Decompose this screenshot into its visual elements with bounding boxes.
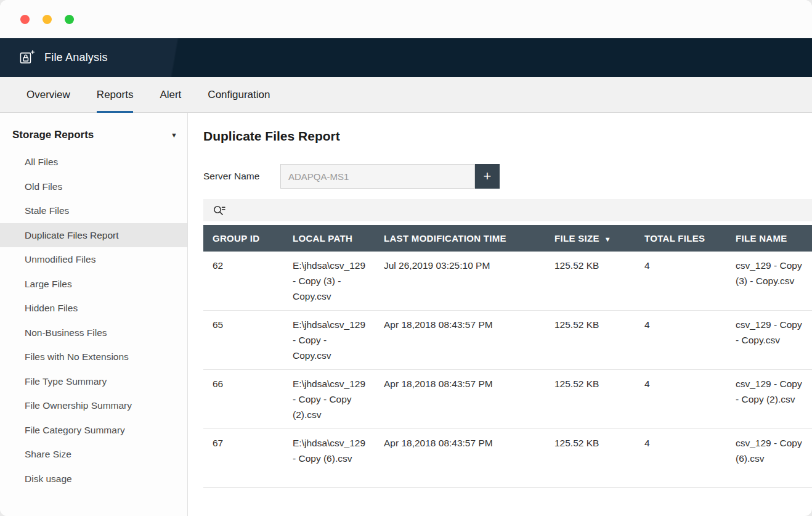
cell-group-id: 62 — [203, 252, 283, 311]
sidebar-item-old-files[interactable]: Old Files — [0, 174, 187, 199]
window-close-button[interactable] — [20, 15, 30, 24]
sidebar-item-large-files[interactable]: Large Files — [0, 272, 187, 297]
cell-file-size: 125.52 KB — [545, 429, 635, 488]
cell-file-name: csv_129 - Copy (3) - Copy.csv — [726, 252, 812, 311]
sidebar-section-header[interactable]: Storage Reports ▼ — [0, 124, 187, 147]
server-name-label: Server Name — [203, 171, 280, 182]
table-body: 62E:\jhdsa\csv_129 - Copy (3) - Copy.csv… — [203, 252, 812, 488]
sidebar-item-stale-files[interactable]: Stale Files — [0, 199, 187, 223]
cell-file-size: 125.52 KB — [545, 311, 635, 370]
sidebar-item-share-size[interactable]: Share Size — [0, 442, 187, 467]
sidebar-item-hidden-files[interactable]: Hidden Files — [0, 296, 187, 321]
table-header-row: GROUP IDLOCAL PATHLAST MODIFICATION TIME… — [203, 225, 812, 252]
table-row[interactable]: 62E:\jhdsa\csv_129 - Copy (3) - Copy.csv… — [203, 252, 812, 311]
app-header: File Analysis — [0, 38, 812, 77]
cell-local-path: E:\jhdsa\csv_129 - Copy (3) - Copy.csv — [283, 252, 375, 311]
add-server-button[interactable]: + — [475, 164, 500, 189]
server-name-row: Server Name + — [203, 164, 812, 189]
column-header-local-path[interactable]: LOCAL PATH — [283, 225, 375, 252]
search-filter-icon[interactable] — [213, 205, 225, 216]
app-window: File Analysis OverviewReportsAlertConfig… — [0, 0, 812, 516]
sidebar-item-files-with-no-extensions[interactable]: Files with No Extensions — [0, 345, 187, 369]
sidebar-item-file-category-summary[interactable]: File Category Summary — [0, 418, 187, 443]
sidebar-item-all-files[interactable]: All Files — [0, 150, 187, 174]
cell-last-modification-time: Apr 18,2018 08:43:57 PM — [375, 370, 545, 429]
cell-local-path: E:\jhdsa\csv_129 - Copy - Copy (2).csv — [283, 370, 375, 429]
cell-total-files: 4 — [635, 370, 726, 429]
sidebar-item-file-ownership-summary[interactable]: File Ownership Summary — [0, 393, 187, 418]
chevron-down-icon: ▼ — [171, 131, 177, 139]
cell-local-path: E:\jhdsa\csv_129 - Copy (6).csv — [283, 429, 375, 488]
table-area: GROUP IDLOCAL PATHLAST MODIFICATION TIME… — [203, 199, 812, 488]
table-row[interactable]: 67E:\jhdsa\csv_129 - Copy (6).csvApr 18,… — [203, 429, 812, 488]
cell-total-files: 4 — [635, 252, 726, 311]
sidebar-list: All FilesOld FilesStale FilesDuplicate F… — [0, 150, 187, 491]
cell-last-modification-time: Jul 26,2019 03:25:10 PM — [375, 252, 545, 311]
window-chrome — [0, 0, 812, 38]
cell-last-modification-time: Apr 18,2018 08:43:57 PM — [375, 429, 545, 488]
cell-group-id: 66 — [203, 370, 283, 429]
sort-desc-arrow-icon: ▼ — [604, 235, 611, 243]
sidebar-item-file-type-summary[interactable]: File Type Summary — [0, 369, 187, 394]
column-header-file-name[interactable]: FILE NAME — [726, 225, 812, 252]
sidebar-item-unmodified-files[interactable]: Unmodified Files — [0, 247, 187, 272]
column-header-total-files[interactable]: TOTAL FILES — [635, 225, 726, 252]
sidebar-item-duplicate-files-report[interactable]: Duplicate Files Report — [0, 223, 187, 248]
duplicate-files-table: GROUP IDLOCAL PATHLAST MODIFICATION TIME… — [203, 225, 812, 488]
cell-total-files: 4 — [635, 311, 726, 370]
file-analysis-icon — [18, 49, 35, 66]
cell-file-size: 125.52 KB — [545, 370, 635, 429]
cell-local-path: E:\jhdsa\csv_129 - Copy - Copy.csv — [283, 311, 375, 370]
content-area: Storage Reports ▼ All FilesOld FilesStal… — [0, 113, 812, 516]
sidebar-section-title: Storage Reports — [12, 129, 94, 141]
cell-last-modification-time: Apr 18,2018 08:43:57 PM — [375, 311, 545, 370]
window-minimize-button[interactable] — [43, 15, 52, 24]
cell-group-id: 65 — [203, 311, 283, 370]
page-title: Duplicate Files Report — [203, 129, 812, 144]
cell-file-name: csv_129 - Copy (6).csv — [726, 429, 812, 488]
tab-alert[interactable]: Alert — [160, 77, 181, 112]
tab-overview[interactable]: Overview — [26, 77, 70, 112]
tab-configuration[interactable]: Configuration — [208, 77, 270, 112]
cell-file-name: csv_129 - Copy - Copy.csv — [726, 311, 812, 370]
sidebar: Storage Reports ▼ All FilesOld FilesStal… — [0, 113, 188, 516]
app-title: File Analysis — [44, 51, 108, 64]
tab-reports[interactable]: Reports — [97, 77, 134, 112]
column-header-file-size[interactable]: FILE SIZE▼ — [545, 225, 635, 252]
cell-total-files: 4 — [635, 429, 726, 488]
main-panel: Duplicate Files Report Server Name + — [188, 113, 812, 516]
cell-file-name: csv_129 - Copy - Copy (2).csv — [726, 370, 812, 429]
sidebar-item-non-business-files[interactable]: Non-Business Files — [0, 321, 187, 345]
cell-file-size: 125.52 KB — [545, 252, 635, 311]
sidebar-item-disk-usage[interactable]: Disk usage — [0, 467, 187, 491]
column-header-last-modification-time[interactable]: LAST MODIFICATION TIME — [375, 225, 545, 252]
table-row[interactable]: 66E:\jhdsa\csv_129 - Copy - Copy (2).csv… — [203, 370, 812, 429]
table-row[interactable]: 65E:\jhdsa\csv_129 - Copy - Copy.csvApr … — [203, 311, 812, 370]
column-header-group-id[interactable]: GROUP ID — [203, 225, 283, 252]
window-zoom-button[interactable] — [65, 15, 74, 24]
cell-group-id: 67 — [203, 429, 283, 488]
table-toolbar — [203, 199, 812, 221]
tab-bar: OverviewReportsAlertConfiguration — [0, 77, 812, 113]
server-name-input[interactable] — [280, 164, 475, 189]
